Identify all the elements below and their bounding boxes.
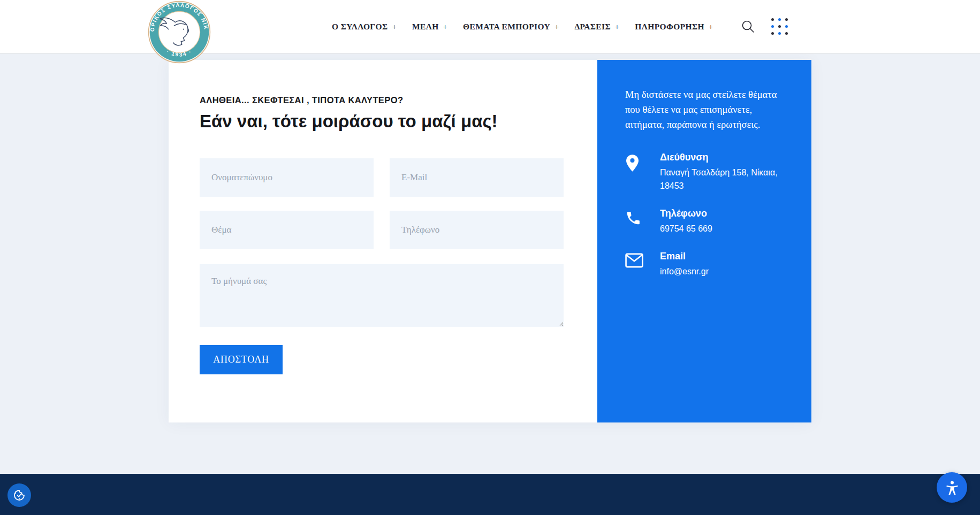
footer (0, 474, 980, 515)
site-logo[interactable]: ΕΜΠΟΡΙΚΟΣ ΣΥΛΛΟΓΟΣ ΝΙΚΑΙΑΣ · 1934 · (148, 1, 211, 60)
contact-value: 69754 65 669 (660, 222, 712, 236)
contact-section-card: ΑΛΗΘΕΙΑ... ΣΚΕΦΤΕΣΑΙ , ΤΙΠΟΤΑ ΚΑΛΥΤΕΡΟ? … (169, 60, 811, 422)
logo-emblem-icon: ΕΜΠΟΡΙΚΟΣ ΣΥΛΛΟΓΟΣ ΝΙΚΑΙΑΣ · 1934 · (148, 1, 211, 64)
accessibility-widget-button[interactable] (937, 472, 967, 503)
apps-grid-icon[interactable] (771, 18, 788, 35)
plus-icon: + (443, 23, 447, 32)
contact-item-phone: Τηλέφωνο 69754 65 669 (625, 208, 787, 236)
plus-icon: + (709, 23, 713, 32)
phone-input[interactable] (390, 211, 564, 249)
contact-title: Διεύθυνση (660, 152, 787, 163)
header: ΕΜΠΟΡΙΚΟΣ ΣΥΛΛΟΓΟΣ ΝΙΚΑΙΑΣ · 1934 · Ο ΣΥ… (0, 0, 980, 53)
nav-item-draseis[interactable]: ΔΡΑΣΕΙΣ + (574, 22, 619, 32)
main-navigation: Ο ΣΥΛΛΟΓΟΣ + ΜΕΛΗ + ΘΕΜΑΤΑ ΕΜΠΟΡΙΟΥ + ΔΡ… (332, 22, 713, 32)
contact-value: Παναγή Τσαλδάρη 158, Νίκαια, 18453 (660, 166, 787, 193)
cookie-settings-button[interactable] (7, 483, 31, 507)
location-pin-icon (625, 152, 643, 193)
message-textarea[interactable] (200, 264, 564, 327)
plus-icon: + (615, 23, 619, 32)
phone-icon (625, 208, 643, 236)
contact-value: info@esnr.gr (660, 265, 709, 279)
accessibility-person-icon (944, 479, 961, 496)
plus-icon: + (554, 23, 559, 32)
contact-title: Email (660, 251, 709, 262)
nav-item-themata-emporiou[interactable]: ΘΕΜΑΤΑ ΕΜΠΟΡΙΟΥ + (463, 22, 559, 32)
contact-form: ΑΠΟΣΤΟΛΗ (200, 158, 564, 374)
contact-title: Τηλέφωνο (660, 208, 712, 219)
search-icon[interactable] (741, 19, 755, 34)
nav-item-pliroforisi[interactable]: ΠΛΗΡΟΦΟΡΗΣΗ + (635, 22, 713, 32)
name-input[interactable] (200, 158, 374, 197)
contact-item-address: Διεύθυνση Παναγή Τσαλδάρη 158, Νίκαια, 1… (625, 152, 787, 193)
email-input[interactable] (390, 158, 564, 197)
envelope-icon (625, 251, 643, 279)
contact-form-column: ΑΛΗΘΕΙΑ... ΣΚΕΦΤΕΣΑΙ , ΤΙΠΟΤΑ ΚΑΛΥΤΕΡΟ? … (169, 60, 597, 422)
cookie-icon (12, 488, 26, 502)
subject-input[interactable] (200, 211, 374, 249)
submit-button[interactable]: ΑΠΟΣΤΟΛΗ (200, 345, 283, 374)
plus-icon: + (392, 23, 397, 32)
panel-intro-text: Μη διστάσετε να μας στείλετε θέματα που … (625, 88, 787, 132)
page-title: Εάν ναι, τότε μοιράσου το μαζί μας! (200, 111, 597, 132)
nav-item-syllogos[interactable]: Ο ΣΥΛΛΟΓΟΣ + (332, 22, 397, 32)
contact-info-panel: Μη διστάσετε να μας στείλετε θέματα που … (597, 60, 811, 422)
section-kicker: ΑΛΗΘΕΙΑ... ΣΚΕΦΤΕΣΑΙ , ΤΙΠΟΤΑ ΚΑΛΥΤΕΡΟ? (200, 95, 597, 105)
contact-item-email: Email info@esnr.gr (625, 251, 787, 279)
nav-item-meli[interactable]: ΜΕΛΗ + (412, 22, 447, 32)
